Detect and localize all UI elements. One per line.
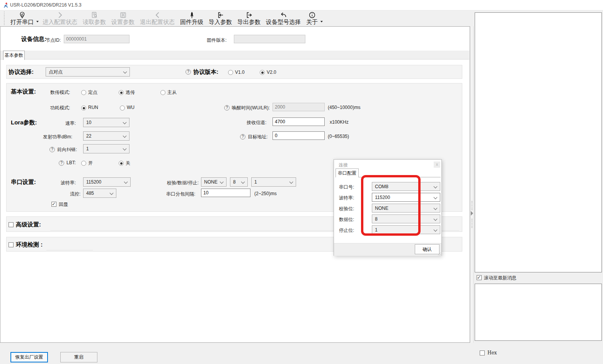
radio-lbt-on[interactable]	[81, 161, 86, 166]
toolbar-exit-config-label: 退出配置状态	[140, 19, 175, 25]
device-info-title: 设备信息:	[21, 36, 46, 43]
tab-strip	[0, 51, 469, 60]
pin-check-icon	[18, 11, 26, 19]
dialog-tab-serial-config[interactable]: 串口配置	[336, 168, 359, 177]
radio-power-wu[interactable]	[120, 105, 125, 111]
import-icon	[216, 11, 225, 19]
parity-value: NONE	[204, 179, 218, 185]
undo-arrow-icon	[279, 11, 288, 19]
radio-mode-fixed-label: 定点	[88, 89, 97, 96]
firmware-version-label: 固件版本:	[207, 37, 227, 44]
hex-label: Hex	[487, 350, 497, 355]
target-addr-help-icon: ?	[240, 134, 245, 139]
wake-time-field	[273, 103, 325, 111]
radio-protocol-v1[interactable]	[228, 70, 233, 75]
open-serial-dropdown-caret-icon[interactable]	[36, 21, 39, 22]
factory-reset-button[interactable]: 恢复出厂设置	[10, 352, 48, 362]
toolbar-firmware-upgrade-label: 固件升级	[180, 19, 203, 25]
env-checkbox[interactable]	[9, 242, 14, 247]
baud-combo[interactable]: 115200	[83, 177, 131, 187]
splitter-collapse-arrow-icon[interactable]	[471, 211, 473, 216]
lbt-help-icon: ?	[59, 160, 64, 166]
tab-basic-params[interactable]: 基本参数	[3, 51, 25, 60]
toolbar-exit-config-button: 退出配置状态	[137, 10, 177, 26]
toolbar-import-params-button[interactable]: 导入参数	[206, 10, 235, 26]
fec-label: 前向纠错:	[57, 146, 77, 153]
toolbar-grip	[4, 12, 5, 25]
radio-mode-transparent[interactable]	[119, 90, 124, 95]
lbt-label: LBT:	[66, 160, 76, 165]
protocol-version-help-icon: ?	[186, 69, 191, 75]
app-logo-icon	[3, 2, 9, 8]
toolbar-read-params-button: 读取参数	[80, 10, 109, 26]
dialog-stop-bits-label: 停止位:	[339, 227, 354, 234]
radio-mode-fixed[interactable]	[81, 90, 86, 95]
scroll-latest-label: 滚动至最新消息	[484, 275, 516, 281]
toolbar-about-button[interactable]: 关于	[303, 10, 320, 26]
toolbar-about-label: 关于	[306, 19, 318, 25]
rate-combo[interactable]: 10	[83, 118, 129, 127]
hex-checkbox[interactable]	[480, 350, 485, 355]
dialog-baud-label: 波特率:	[339, 195, 354, 201]
target-addr-label: 目标地址:	[248, 134, 267, 140]
rx-channel-unit: x100KHz	[330, 119, 349, 125]
baud-label: 波特率:	[61, 180, 76, 186]
basic-settings-title: 基本设置:	[11, 88, 36, 95]
toolbar-set-params-label: 设置参数	[111, 19, 135, 25]
connect-dialog-title: 连接	[339, 162, 348, 168]
splitter-grip-bottom	[472, 219, 473, 228]
window-title: USR-LG206/DR206/DR216 V1.5.3	[10, 2, 82, 8]
data-bits-combo[interactable]: 8	[230, 177, 248, 187]
receive-log-area[interactable]	[475, 12, 602, 272]
target-addr-field[interactable]	[273, 131, 325, 140]
dialog-close-button[interactable]: x	[434, 162, 440, 168]
wake-time-help-icon: ?	[224, 105, 230, 111]
tx-power-combo[interactable]: 22	[83, 131, 129, 141]
advanced-title: 高级设置:	[16, 221, 41, 228]
protocol-version-label: 协议版本:	[193, 68, 218, 76]
toolbar-open-serial-button[interactable]: 打开串口	[8, 10, 36, 26]
radio-mode-master-slave-label: 主从	[167, 89, 177, 96]
rx-channel-label: 接收信道:	[247, 119, 266, 126]
rx-channel-field[interactable]	[273, 117, 325, 126]
baud-value: 115200	[86, 179, 101, 185]
doc-search-icon	[90, 11, 99, 19]
stop-bits-combo[interactable]: 1	[251, 177, 296, 187]
toolbar-export-params-button[interactable]: 导出参数	[235, 10, 263, 26]
splitter-grip-top	[472, 201, 473, 210]
dialog-confirm-button[interactable]: 确认	[415, 244, 439, 254]
toolbar-enter-config-label: 进入配置状态	[43, 19, 77, 25]
restart-button[interactable]: 重启	[60, 352, 97, 362]
radio-protocol-v1-label: V1.0	[235, 70, 245, 75]
advanced-checkbox[interactable]	[9, 222, 14, 227]
wake-time-label: 唤醒时间(WU/LR):	[232, 105, 270, 111]
scroll-latest-checkbox[interactable]	[477, 275, 482, 280]
env-title: 环境检测 :	[16, 241, 43, 248]
fec-combo[interactable]: 1	[83, 144, 129, 153]
radio-protocol-v2[interactable]	[260, 70, 265, 75]
firmware-version-field	[234, 35, 305, 43]
env-divider	[46, 250, 93, 250]
radio-power-run[interactable]	[81, 105, 86, 111]
echo-checkbox[interactable]	[51, 202, 56, 207]
radio-lbt-on-label: 开	[88, 160, 93, 167]
echo-label: 回显	[59, 201, 68, 208]
parity-combo[interactable]: NONE	[201, 177, 227, 187]
toolbar-device-model-select-button[interactable]: 设备型号选择	[263, 10, 303, 26]
send-area[interactable]	[475, 284, 602, 341]
lora-params-title: Lora参数:	[11, 119, 37, 126]
toolbar-firmware-upgrade-button[interactable]: 固件升级	[177, 10, 206, 26]
save-icon	[119, 11, 127, 19]
panel-splitter[interactable]	[470, 26, 474, 343]
radio-lbt-off[interactable]	[119, 161, 124, 166]
packet-interval-field[interactable]	[201, 189, 250, 197]
dialog-data-bits-label: 数据位:	[339, 216, 354, 223]
flow-label: 流控:	[70, 191, 80, 197]
protocol-select-combo[interactable]: 点对点	[46, 67, 130, 77]
radio-mode-master-slave[interactable]	[160, 90, 165, 95]
advanced-divider	[50, 230, 365, 231]
protocol-select-label: 协议选择:	[9, 68, 34, 76]
about-dropdown-caret-icon[interactable]	[320, 21, 323, 22]
flow-combo[interactable]: 485	[83, 189, 116, 198]
power-mode-label: 功耗模式:	[50, 105, 70, 111]
